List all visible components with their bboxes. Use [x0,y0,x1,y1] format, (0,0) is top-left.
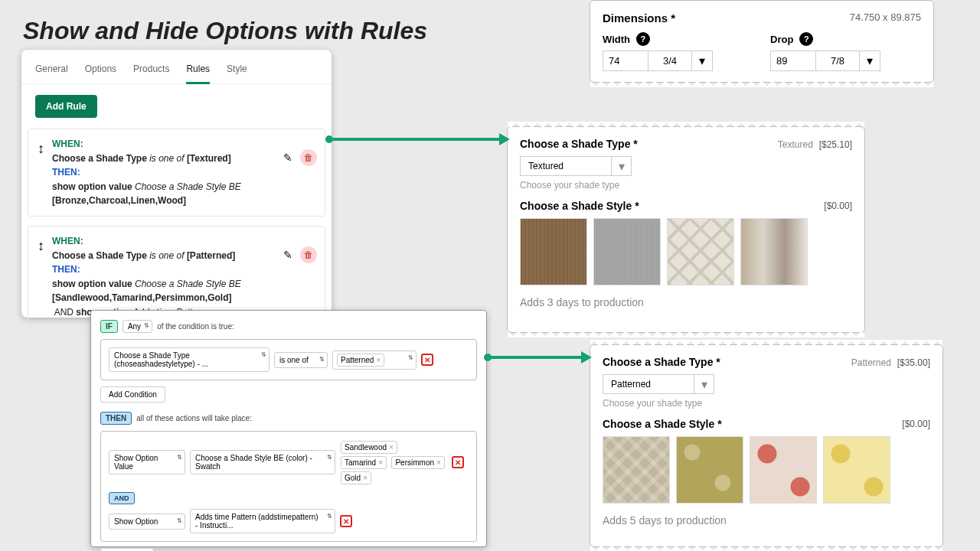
drop-frac-display: 7/8 [816,51,859,71]
shade-type-label: Choose a Shade Type * [603,356,720,368]
shade-style-label: Choose a Shade Style * [603,418,722,430]
tab-options[interactable]: Options [85,64,116,83]
cond-op: is one of [149,250,184,261]
then-label: THEN: [52,167,80,178]
add-action-button[interactable]: Add Action [100,548,154,551]
tag-patterned[interactable]: Patterned× [337,354,384,367]
tag-sandlewood[interactable]: Sandlewood× [341,441,397,454]
rule-body: WHEN: Choose a Shade Type is one of [Tex… [52,137,315,208]
and-label: AND [54,307,74,318]
dimensions-readout: 74.750 x 89.875 [850,11,921,23]
then-tail: all of these actions will take place: [136,414,252,422]
help-icon[interactable]: ? [636,32,650,46]
act-target: Choose a Shade Style BE [135,181,241,192]
cond-op-select[interactable]: is one of [274,352,328,368]
rule-editor: IF Any of the condition is true: Choose … [90,310,487,547]
tag-gold[interactable]: Gold× [341,471,371,484]
action-field-select[interactable]: Choose a Shade Style BE (color) - Swatch [190,450,335,474]
rules-panel: General Options Products Rules Style Add… [21,50,332,318]
shade-style-price: [$0.00] [824,201,852,211]
shade-type-dropdown[interactable]: ▾ [612,156,632,176]
tag-remove-icon[interactable]: × [363,474,368,482]
action-field-select[interactable]: Adds time Pattern (addstimepattern) - In… [190,509,335,533]
action-type-select[interactable]: Show Option Value [109,450,185,474]
swatch-sandlewood[interactable] [603,436,670,504]
trash-icon[interactable]: 🗑 [300,246,317,263]
swatch-wood[interactable] [740,218,808,285]
drag-handle-icon[interactable]: ↕ [38,142,44,155]
act-type: show option value [52,279,132,289]
add-condition-button[interactable]: Add Condition [100,386,165,403]
remove-condition-icon[interactable]: ✕ [421,354,433,366]
add-rule-button[interactable]: Add Rule [35,95,97,118]
width-frac-display: 3/4 [648,51,691,71]
page-title: Show and Hide Options with Rules [23,17,427,45]
tag-remove-icon[interactable]: × [378,458,383,467]
cond-op: is one of [149,153,184,164]
cond-val: [Textured] [187,153,231,164]
tag-remove-icon[interactable]: × [376,356,381,364]
then-label: THEN: [52,264,80,275]
tab-general[interactable]: General [35,64,68,83]
tag-tamarind[interactable]: Tamarind× [341,456,387,469]
action-group: Show Option Value Choose a Shade Style B… [100,431,477,542]
remove-action-icon[interactable]: ✕ [452,456,464,468]
shade-type-meta: Patterned [851,357,891,368]
swatch-charcoal[interactable] [593,218,661,285]
shade-type-dropdown[interactable]: ▾ [694,374,714,394]
shade-type-price: [$25.10] [819,139,852,150]
drop-int-input[interactable] [770,51,816,71]
shade-type-meta: Textured [778,139,813,150]
shade-type-value: Patterned [603,374,694,394]
tab-rules[interactable]: Rules [186,64,210,84]
production-days: Adds 3 days to production [520,296,852,308]
cond-val: [Patterned] [187,250,235,261]
swatch-gold[interactable] [823,436,890,504]
trash-icon[interactable]: 🗑 [300,149,317,166]
swatch-bronze[interactable] [520,218,587,285]
drop-frac-dropdown[interactable]: ▾ [859,51,880,71]
action-type-select[interactable]: Show Option [109,514,185,530]
preview-textured: Choose a Shade Type * Textured [$25.10] … [507,126,865,333]
swatch-row [603,436,930,504]
swatch-persimmon[interactable] [750,436,817,504]
width-int-input[interactable] [603,51,648,71]
width-label: Width [603,34,630,45]
dimensions-panel: Dimensions * 74.750 x 89.875 Width? 3/4 … [590,0,934,83]
match-mode-select[interactable]: Any [122,320,152,333]
drag-handle-icon[interactable]: ↕ [38,239,44,253]
edit-icon[interactable]: ✎ [283,152,292,164]
tag-remove-icon[interactable]: × [389,443,394,452]
shade-style-price: [$0.00] [902,419,930,429]
cond-field: Choose a Shade Type [52,250,147,261]
swatch-tamarind[interactable] [676,436,743,504]
rule-card-1: ↕ WHEN: Choose a Shade Type is one of [T… [28,129,325,217]
remove-action-icon[interactable]: ✕ [340,515,352,527]
shade-style-label: Choose a Shade Style * [520,200,639,212]
preview-patterned: Choose a Shade Type * Patterned [$35.00]… [590,344,943,547]
shade-type-price: [$35.00] [897,357,930,368]
drop-label: Drop [770,34,793,45]
act-values: [Sandlewood,Tamarind,Persimmon,Gold] [52,292,231,303]
shade-type-hint: Choose your shade type [520,180,852,191]
act-type: show option value [52,181,132,192]
if-tail: of the condition is true: [157,322,234,331]
cond-value-select[interactable]: Patterned× [332,350,416,370]
swatch-linen[interactable] [667,218,734,285]
shade-type-label: Choose a Shade Type * [520,138,638,150]
condition-group: Choose a Shade Type (choseashadestyletyp… [100,339,477,380]
and-pill: AND [109,492,135,504]
tabs: General Options Products Rules Style [21,50,332,84]
width-frac-dropdown[interactable]: ▾ [691,51,713,71]
tag-persimmon[interactable]: Persimmon× [391,456,444,469]
edit-icon[interactable]: ✎ [283,249,292,261]
when-label: WHEN: [52,139,83,149]
shade-type-value: Textured [520,156,612,176]
help-icon[interactable]: ? [799,32,813,46]
act-target: Choose a Shade Style BE [135,279,241,289]
tab-style[interactable]: Style [227,64,247,83]
tab-products[interactable]: Products [133,64,169,83]
cond-field-select[interactable]: Choose a Shade Type (choseashadestyletyp… [109,347,270,372]
then-pill: THEN [100,412,132,425]
tag-remove-icon[interactable]: × [436,458,441,467]
